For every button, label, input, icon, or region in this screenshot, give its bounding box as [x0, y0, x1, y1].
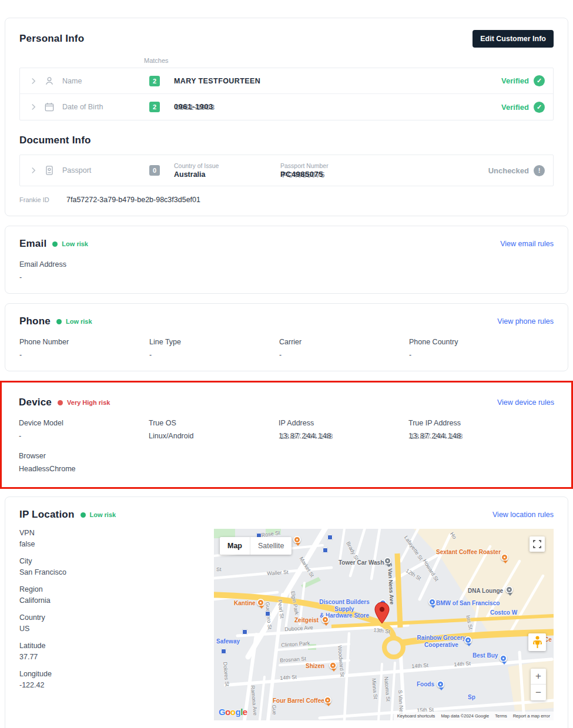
attribution-item: Map data ©2024 Google	[441, 713, 489, 719]
frankie-id-value: 7fa57272-3a79-b479-be2b-98c3f3d5ef01	[66, 196, 200, 204]
map-type-control: Map Satellite	[220, 537, 291, 555]
google-logo-letter: g	[236, 707, 241, 717]
chevron-right-icon[interactable]	[28, 76, 39, 86]
true-os-field: True OS Linux/Android	[149, 419, 279, 440]
check-icon: ✓	[534, 102, 545, 113]
email-card: Email Low risk View email rules Email Ad…	[5, 226, 568, 294]
attribution-item[interactable]: Keyboard shortcuts	[397, 713, 435, 719]
region-field: Region California	[19, 585, 214, 605]
zoom-out-button[interactable]: −	[531, 685, 546, 700]
map-poi-pin[interactable]	[329, 662, 337, 669]
transit-station-icon[interactable]	[265, 611, 270, 616]
field-label: Passport Number	[280, 162, 410, 169]
field-label: Carrier	[279, 338, 409, 346]
field-label: Country	[19, 613, 214, 622]
google-logo-letter: e	[243, 707, 247, 717]
risk-dot	[56, 319, 62, 324]
edit-customer-info-button[interactable]: Edit Customer Info	[473, 30, 554, 48]
attribution-item[interactable]: Terms	[495, 713, 507, 719]
map-poi-pin[interactable]	[500, 655, 507, 662]
map-poi-pin[interactable]	[321, 616, 329, 623]
field-label: City	[19, 557, 214, 565]
map-attribution: Keyboard shortcutsMap data ©2024 GoogleT…	[394, 712, 554, 720]
transit-station-icon[interactable]	[221, 649, 226, 654]
view-email-rules-link[interactable]: View email rules	[500, 240, 554, 248]
chevron-right-icon[interactable]	[28, 165, 39, 176]
exclamation-icon: !	[534, 165, 545, 176]
fullscreen-button[interactable]	[530, 536, 545, 552]
document-info-table: Passport 0 Country of Issue Australia Pa…	[19, 155, 554, 186]
google-logo-letter: o	[225, 707, 230, 717]
table-row-name[interactable]: Name 2 MARY TESTFOURTEEN Verified ✓	[20, 68, 553, 94]
google-map[interactable]: Rose StBrady StLafayette StMarket StHoTo…	[214, 529, 554, 720]
map-view-button[interactable]: Map	[220, 537, 250, 555]
email-title: Email	[19, 238, 46, 250]
satellite-view-button[interactable]: Satellite	[250, 537, 291, 555]
view-location-rules-link[interactable]: View location rules	[492, 511, 554, 519]
chevron-right-icon[interactable]	[28, 102, 39, 112]
map-marker-pin[interactable]	[374, 602, 390, 624]
personal-info-title: Personal Info	[19, 33, 84, 45]
map-poi-pin[interactable]	[384, 557, 391, 565]
true-ip-address-field: True IP Address 13.87.244.148	[408, 419, 554, 440]
country-of-issue-field: Country of Issue Australia	[174, 162, 266, 179]
map-poi-pin[interactable]	[257, 599, 264, 606]
risk-label: Low risk	[66, 318, 92, 325]
vpn-field: VPN false	[19, 529, 214, 548]
map-poi-pin[interactable]	[293, 536, 301, 544]
field-value: HeadlessChrome	[19, 465, 149, 473]
customer-profile-page: Personal Info Edit Customer Info Matches…	[0, 0, 573, 728]
phone-number-field: Phone Number -	[19, 338, 149, 359]
risk-dot	[81, 512, 86, 518]
field-label: Region	[19, 585, 214, 593]
matches-badge: 2	[149, 102, 160, 112]
field-value: PC4985075	[280, 170, 410, 179]
passport-number-field: Passport Number PC4985075	[280, 162, 410, 179]
field-value: -	[19, 351, 149, 359]
pegman-icon	[533, 636, 542, 649]
risk-label: Low risk	[62, 240, 88, 247]
ip-location-card: IP Location Low risk View location rules…	[5, 496, 568, 728]
map-poi-pin[interactable]	[428, 598, 436, 606]
personal-info-table: Name 2 MARY TESTFOURTEEN Verified ✓ Date…	[19, 68, 554, 120]
table-row-passport[interactable]: Passport 0 Country of Issue Australia Pa…	[20, 155, 553, 186]
google-logo[interactable]: Google	[219, 707, 247, 717]
google-logo-letter: o	[230, 707, 236, 717]
field-label: Device Model	[19, 419, 149, 427]
field-value: -	[409, 351, 554, 359]
fullscreen-icon	[533, 540, 541, 548]
field-label: Browser	[19, 452, 149, 460]
view-device-rules-link[interactable]: View device rules	[497, 398, 554, 407]
table-row-dob[interactable]: Date of Birth 2 0961-1903 Verified ✓	[20, 94, 553, 120]
map-poi-pin[interactable]	[501, 553, 508, 561]
calendar-icon	[43, 101, 55, 113]
field-value: San Francisco	[19, 568, 214, 576]
field-value: US	[19, 625, 214, 633]
country-field: Country US	[19, 613, 214, 633]
field-value: Linux/Android	[149, 432, 279, 440]
carrier-field: Carrier -	[279, 338, 409, 359]
phone-country-field: Phone Country -	[409, 338, 554, 359]
map-poi-pin[interactable]	[505, 586, 513, 593]
latitude-field: Latitude 37.77	[19, 642, 214, 661]
transit-station-icon[interactable]	[242, 629, 247, 635]
field-label: True OS	[149, 419, 279, 427]
map-poi-pin[interactable]	[437, 680, 444, 688]
map-poi-pin[interactable]	[464, 636, 472, 644]
transit-station-icon[interactable]	[323, 548, 328, 553]
map-poi-pin[interactable]	[324, 696, 331, 704]
view-phone-rules-link[interactable]: View phone rules	[497, 317, 554, 326]
attribution-item[interactable]: Report a map error	[513, 713, 550, 719]
field-label: IP Address	[279, 419, 408, 427]
zoom-control: + −	[531, 669, 546, 700]
risk-label: Very High risk	[67, 399, 110, 406]
row-label: Date of Birth	[62, 103, 149, 111]
passport-icon	[43, 165, 55, 176]
field-label: Latitude	[19, 642, 214, 650]
transit-station-icon[interactable]	[327, 535, 333, 540]
zoom-in-button[interactable]: +	[531, 669, 546, 685]
google-logo-letter: G	[219, 707, 225, 717]
field-label: Line Type	[149, 338, 279, 346]
pegman-control[interactable]	[528, 633, 546, 651]
status-label: Verified	[501, 103, 529, 112]
